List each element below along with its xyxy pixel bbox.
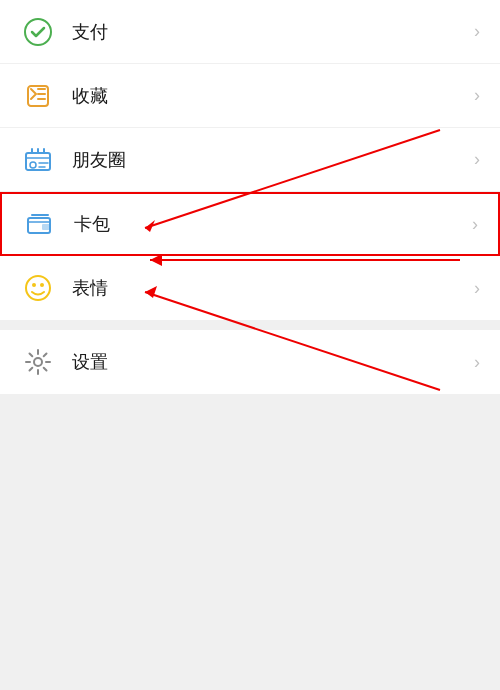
settings-icon (20, 344, 56, 380)
favorites-icon (20, 78, 56, 114)
payment-label: 支付 (72, 20, 474, 44)
menu-divider (0, 320, 500, 330)
svg-rect-5 (42, 224, 50, 230)
settings-arrow: › (474, 352, 480, 373)
menu-item-settings[interactable]: 设置 › (0, 330, 500, 394)
svg-rect-2 (26, 153, 50, 170)
menu-item-wallet[interactable]: 卡包 › (0, 192, 500, 256)
wallet-label: 卡包 (74, 212, 472, 236)
page-container: 支付 › 收藏 › (0, 0, 500, 690)
stickers-label: 表情 (72, 276, 474, 300)
svg-point-6 (26, 276, 50, 300)
wallet-arrow: › (472, 214, 478, 235)
payment-arrow: › (474, 21, 480, 42)
svg-point-7 (32, 283, 36, 287)
payment-icon (20, 14, 56, 50)
moments-arrow: › (474, 149, 480, 170)
wallet-icon (22, 206, 58, 242)
moments-icon (20, 142, 56, 178)
menu-item-moments[interactable]: 朋友圈 › (0, 128, 500, 192)
moments-label: 朋友圈 (72, 148, 474, 172)
bottom-area (0, 394, 500, 594)
svg-point-8 (40, 283, 44, 287)
menu-group-2: 设置 › (0, 330, 500, 394)
menu-item-favorites[interactable]: 收藏 › (0, 64, 500, 128)
svg-point-0 (25, 19, 51, 45)
favorites-arrow: › (474, 85, 480, 106)
settings-label: 设置 (72, 350, 474, 374)
svg-point-9 (34, 358, 42, 366)
stickers-icon (20, 270, 56, 306)
menu-item-stickers[interactable]: 表情 › (0, 256, 500, 320)
favorites-label: 收藏 (72, 84, 474, 108)
stickers-arrow: › (474, 278, 480, 299)
menu-item-payment[interactable]: 支付 › (0, 0, 500, 64)
svg-point-3 (30, 162, 36, 168)
menu-group-1: 支付 › 收藏 › (0, 0, 500, 320)
